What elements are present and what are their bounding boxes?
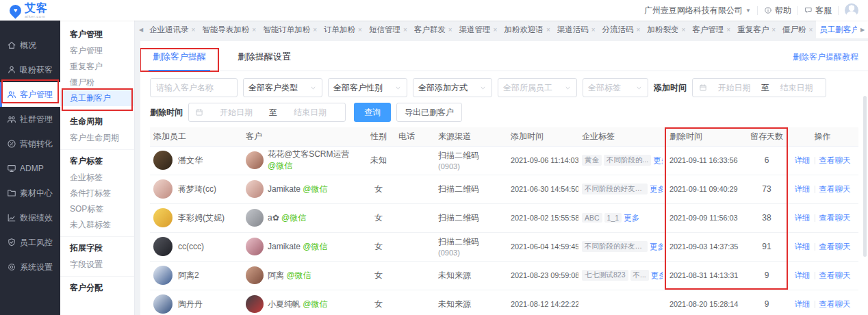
tags-select[interactable]: 全部标签 xyxy=(583,78,648,97)
workspace-tab[interactable]: 短信管理× xyxy=(366,21,411,38)
column-header: 添加员工 xyxy=(150,127,242,146)
close-tab-icon[interactable]: × xyxy=(546,26,550,34)
view-chat-link[interactable]: 查看聊天 xyxy=(819,270,851,281)
sidebar-item-admp[interactable]: ADMP xyxy=(0,156,60,181)
source-cell: 扫描二维码 xyxy=(435,203,507,232)
close-tab-icon[interactable]: × xyxy=(494,26,498,34)
add-method-select[interactable]: 全部添加方式 xyxy=(413,78,492,97)
sidebar-item-material-center[interactable]: 素材中心 xyxy=(0,181,60,205)
close-tab-icon[interactable]: × xyxy=(726,26,730,34)
sidebar-item-overview[interactable]: 概况 xyxy=(0,33,60,58)
view-chat-link[interactable]: 查看聊天 xyxy=(819,299,851,310)
tutorial-link[interactable]: 删除客户提醒教程 xyxy=(793,51,858,71)
workspace-tab[interactable]: 渠道活码× xyxy=(554,21,599,38)
sidebar-item-community-management[interactable]: 社群管理 xyxy=(0,107,60,131)
subsidebar-item[interactable]: 客户生命周期 xyxy=(60,130,134,146)
owner-employee-select[interactable]: 全部所属员工 xyxy=(498,78,577,97)
customer-name-text: 阿离 xyxy=(268,270,286,280)
view-chat-link[interactable]: 查看聊天 xyxy=(819,213,851,223)
vertical-scrollbar[interactable] xyxy=(863,96,867,257)
workspace-tab[interactable]: 员工删客户 xyxy=(816,21,863,38)
more-tags-link[interactable]: 更多 xyxy=(650,184,663,194)
close-tab-icon[interactable]: × xyxy=(192,26,196,34)
view-chat-link[interactable]: 查看聊天 xyxy=(819,184,851,194)
select-value: 全部所属员工 xyxy=(503,82,552,94)
close-tab-icon[interactable]: × xyxy=(771,26,776,34)
workspace-tab[interactable]: 加粉裂变× xyxy=(643,21,689,38)
close-tab-icon[interactable]: × xyxy=(808,26,813,34)
subsidebar-item[interactable]: 企业标签 xyxy=(60,170,134,186)
workspace-tab[interactable]: 僵尸粉× xyxy=(779,21,816,38)
workspace-tab[interactable]: 订单加粉× xyxy=(320,21,366,38)
subsidebar-item[interactable]: SOP标签 xyxy=(60,201,134,217)
company-switcher[interactable]: 广州壹豆网络科技有限公司 ▼ xyxy=(644,5,751,16)
subsidebar-item[interactable]: 员工删客户 xyxy=(60,90,134,106)
workspace-tab[interactable]: 重复客户× xyxy=(734,21,779,38)
more-tags-link[interactable]: 更多 xyxy=(624,213,639,223)
delete-time-label: 删除时间 xyxy=(150,107,183,118)
sidebar-item-system-settings[interactable]: 系统设置 xyxy=(0,255,60,279)
close-tab-icon[interactable]: × xyxy=(681,26,685,34)
phone-cell xyxy=(395,290,435,315)
subsidebar-item[interactable]: 未入群标签 xyxy=(60,217,134,233)
detail-link[interactable]: 详细 xyxy=(795,184,810,194)
workspace-tab[interactable]: 智能导表加粉× xyxy=(199,21,259,38)
customer-name-text: 花花@艾客SCRM运营 xyxy=(268,149,350,159)
tab-delete-customer-reminder[interactable]: 删除客户提醒 xyxy=(150,51,209,71)
user-avatar[interactable] xyxy=(845,3,858,17)
subsidebar-item[interactable]: 客户管理 xyxy=(60,43,134,59)
close-tab-icon[interactable]: × xyxy=(403,26,407,34)
help-button[interactable]: 帮助 xyxy=(764,5,791,16)
workspace-tab[interactable]: 企业通讯录× xyxy=(146,21,199,38)
chat-bubble-icon xyxy=(804,6,813,14)
close-tab-icon[interactable]: × xyxy=(637,26,641,34)
add-time-cell: 2021-06-30 14:54:50 xyxy=(507,175,578,203)
customer-service-button[interactable]: 客服 xyxy=(804,5,832,16)
add-time-range-picker[interactable]: 开始日期 至 结束日期 xyxy=(692,78,826,97)
detail-link[interactable]: 详细 xyxy=(795,155,810,166)
detail-link[interactable]: 详细 xyxy=(795,242,810,252)
add-time-cell: 2021-08-12 14:22:22 xyxy=(507,290,578,315)
customer-gender-select[interactable]: 全部客户性别 xyxy=(328,78,407,97)
customer-name-text: a✿ xyxy=(268,213,281,223)
close-tab-icon[interactable]: × xyxy=(252,26,256,34)
tabs-scroll-right-icon[interactable]: ▶ xyxy=(857,21,868,38)
detail-link[interactable]: 详细 xyxy=(795,213,810,223)
subsidebar-item[interactable]: 重复客户 xyxy=(60,59,134,75)
close-tab-icon[interactable]: × xyxy=(448,26,452,34)
customer-type-select[interactable]: 全部客户类型 xyxy=(243,78,322,97)
avatar xyxy=(246,266,264,284)
subsidebar-item[interactable]: 条件打标签 xyxy=(60,186,134,201)
detail-link[interactable]: 详细 xyxy=(795,270,810,281)
subsidebar-item[interactable]: 字段设置 xyxy=(60,257,134,273)
close-tab-icon[interactable]: × xyxy=(591,26,596,34)
export-deleted-customers-button[interactable]: 导出已删客户 xyxy=(396,103,462,122)
workspace-tab[interactable]: 智能订单加粉× xyxy=(259,21,320,38)
sidebar-item-employee-risk[interactable]: 员工风控 xyxy=(0,230,60,255)
tabs-scroll-left-icon[interactable]: ◀ xyxy=(136,27,146,33)
customer-name-input[interactable] xyxy=(150,78,238,97)
sidebar-item-fan-acquisition[interactable]: 吸粉获客 xyxy=(0,58,60,82)
view-chat-link[interactable]: 查看聊天 xyxy=(819,155,851,166)
delete-time-range-picker[interactable]: 开始日期 至 结束日期 xyxy=(188,103,346,122)
search-button[interactable]: 查询 xyxy=(354,103,391,122)
subsidebar-item[interactable]: 僵尸粉 xyxy=(60,75,134,90)
workspace-tab[interactable]: 渠道管理× xyxy=(456,21,501,38)
more-tags-link[interactable]: 更多 xyxy=(651,270,663,281)
workspace-tab[interactable]: 客户管理× xyxy=(689,21,734,38)
workspace-tab[interactable]: 客户群发× xyxy=(411,21,456,38)
close-tab-icon[interactable]: × xyxy=(313,26,317,34)
close-tab-icon[interactable]: × xyxy=(358,26,362,34)
subsidebar-section-title: 客户标签 xyxy=(60,153,134,170)
customer-name: 花花@艾客SCRM运营 @微信 xyxy=(268,149,359,172)
view-chat-link[interactable]: 查看聊天 xyxy=(819,242,851,252)
more-tags-link[interactable]: 更多 xyxy=(650,242,663,252)
sidebar-item-customer-management[interactable]: 客户管理 xyxy=(0,82,60,107)
workspace-tab[interactable]: 加粉欢迎语× xyxy=(500,21,553,38)
tab-delete-reminder-settings[interactable]: 删除提醒设置 xyxy=(235,51,294,71)
detail-link[interactable]: 详细 xyxy=(795,299,810,310)
sidebar-item-data-performance[interactable]: 数据绩效 xyxy=(0,205,60,230)
workspace-tab[interactable]: 分流活码× xyxy=(599,21,644,38)
sidebar-item-marketing-conversion[interactable]: 营销转化 xyxy=(0,131,60,156)
more-tags-link[interactable]: 更多 xyxy=(653,155,663,166)
